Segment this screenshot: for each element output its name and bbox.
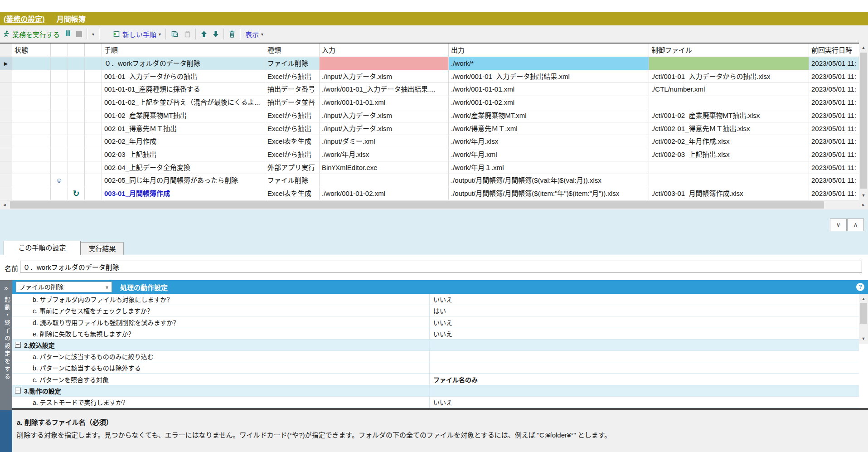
table-row[interactable]: ↻ 003-01_月間帳簿作成 Excel表を生成 ./work/001-01-… (0, 187, 859, 200)
step-name-input[interactable] (20, 261, 862, 272)
cell-ctl-file[interactable] (649, 96, 809, 109)
cell-output[interactable]: ./work/年月１.xml (449, 161, 649, 175)
row-selector[interactable] (0, 96, 12, 109)
cell-input[interactable]: Bin¥XmlEditor.exe (320, 161, 449, 175)
row-selector[interactable] (0, 135, 12, 148)
run-job-button[interactable]: 業務を実行する (0, 27, 63, 41)
table-row[interactable]: 001-01-01_産廃種類に採番する 抽出データ番号 ./work/001-0… (0, 83, 859, 96)
cell-ctl-file[interactable] (649, 57, 809, 70)
delete-step-button[interactable] (226, 27, 238, 41)
scroll-up-icon[interactable]: ▲ (859, 295, 868, 303)
expand-sidebar-icon[interactable]: » (0, 284, 12, 292)
table-row[interactable]: 001-01-02_上記を並び替え（混合が最後にくるよ... 抽出データ並替 .… (0, 96, 859, 109)
cell-step-name[interactable]: 002-03_上記抽出 (102, 148, 265, 161)
cell-output[interactable]: ./output/月間帳簿/月間帳簿($(val:年)$(val:月)).xls… (449, 174, 649, 187)
setting-row[interactable]: c. パターンを照合する対象 ファイル名のみ (12, 374, 859, 385)
table-row[interactable]: 002-01_得意先ＭＴ抽出 Excelから抽出 ./input/入力データ.x… (0, 122, 859, 136)
setting-value[interactable]: いいえ (429, 328, 859, 339)
setting-row[interactable]: b. パターンに該当するものは除外する (12, 362, 859, 374)
row-selector[interactable] (0, 148, 12, 161)
cell-ctl-file[interactable]: ./ctl/003-01_月間帳簿作成.xlsx (649, 187, 809, 200)
row-selector[interactable] (0, 187, 12, 200)
panel-expand-down-button[interactable]: ∨ (830, 219, 847, 231)
table-row[interactable]: 002-03_上記抽出 Excelから抽出 ./work/年月.xlsx ./w… (0, 148, 859, 161)
cell-input[interactable]: ./work/001-01-02.xml (320, 187, 449, 200)
header-output[interactable]: 出力 (449, 44, 649, 57)
cell-step-name[interactable]: 002-05_同じ年月の月間帳簿があったら削除 (102, 174, 265, 187)
run-options-dropdown[interactable]: ▾ (89, 27, 97, 41)
setting-value[interactable] (429, 362, 859, 373)
cell-last-run[interactable]: 2023/05/01 11: (809, 135, 859, 148)
table-row[interactable]: 002-04_上記データ全角変換 外部アプリ実行 Bin¥XmlEditor.e… (0, 161, 859, 175)
cell-output[interactable]: ./output/月間帳簿/月間帳簿($(item:"年")$(item:"月"… (449, 187, 649, 200)
cell-step-type[interactable]: Excelから抽出 (265, 148, 320, 161)
cell-ctl-file[interactable] (649, 161, 809, 175)
help-icon[interactable]: ? (856, 283, 864, 291)
cell-ctl-file[interactable]: ./ctl/001-01_入力データからの抽出.xlsx (649, 70, 809, 83)
setting-value[interactable] (429, 385, 859, 396)
header-step[interactable]: 手順 (102, 44, 265, 57)
cell-output[interactable]: ./work/得意先ＭＴ.xml (449, 122, 649, 136)
settings-vertical-scrollbar[interactable]: ▲ ▼ (859, 294, 868, 344)
copy-step-button[interactable] (168, 27, 181, 41)
startup-shutdown-sidebar[interactable]: » 起動・終了の設定をする (0, 280, 12, 452)
table-row[interactable]: ☺ 002-05_同じ年月の月間帳簿があったら削除 ファイル削除 ./outpu… (0, 174, 859, 187)
cell-step-type[interactable]: Excelから抽出 (265, 122, 320, 136)
setting-row[interactable]: a. パターンに該当するもののみに絞り込む (12, 351, 859, 362)
row-selector[interactable] (0, 83, 12, 96)
setting-value[interactable]: はい (429, 305, 859, 316)
cell-step-name[interactable]: 002-02_年月作成 (102, 135, 265, 148)
cell-last-run[interactable]: 2023/05/01 11: (809, 83, 859, 96)
cell-last-run[interactable]: 2023/05/01 11: (809, 148, 859, 161)
header-status[interactable]: 状態 (12, 44, 51, 57)
setting-row[interactable]: c. 事前にアクセス権をチェックしますか？ はい (12, 305, 859, 316)
header-ctl-file[interactable]: 制御ファイル (649, 44, 809, 57)
cell-step-type[interactable]: Excel表を生成 (265, 187, 320, 200)
setting-value[interactable]: いいえ (429, 294, 859, 305)
pause-button[interactable] (63, 27, 73, 41)
cell-last-run[interactable]: 2023/05/01 11: (809, 187, 859, 200)
panel-tab[interactable]: 実行結果 (81, 242, 124, 255)
stop-button[interactable] (73, 27, 85, 41)
cell-step-name[interactable]: ０．workフォルダのデータ削除 (102, 57, 265, 70)
header-type[interactable]: 種類 (265, 44, 320, 57)
cell-step-type[interactable]: 抽出データ並替 (265, 96, 320, 109)
cell-output[interactable]: ./work/年月.xlsx (449, 135, 649, 148)
collapse-icon[interactable] (15, 388, 21, 394)
setting-row[interactable]: 3.動作の設定 (12, 385, 859, 397)
cell-input[interactable]: ./work/年月.xlsx (320, 148, 449, 161)
setting-row[interactable]: b. サブフォルダ内のファイルも対象にしますか？ いいえ (12, 294, 859, 305)
table-horizontal-scrollbar[interactable]: ◄ ► (0, 200, 868, 209)
setting-value[interactable] (429, 351, 859, 362)
view-dropdown[interactable]: 表示 ▾ (242, 27, 266, 41)
cell-step-name[interactable]: 003-01_月間帳簿作成 (102, 187, 265, 200)
cell-input[interactable]: ./work/001-01-01.xml (320, 96, 449, 109)
cell-input[interactable]: ./input/入力データ.xlsm (320, 70, 449, 83)
paste-step-button[interactable] (181, 27, 194, 41)
scrollbar-thumb[interactable] (860, 53, 867, 189)
cell-last-run[interactable]: 2023/05/01 11: (809, 70, 859, 83)
row-selector[interactable] (0, 161, 12, 175)
scrollbar-thumb[interactable] (10, 201, 824, 209)
new-step-button[interactable]: 新しい手順 ▾ (110, 27, 164, 41)
cell-input[interactable] (320, 57, 449, 70)
scroll-up-icon[interactable]: ▲ (859, 44, 868, 52)
table-row[interactable]: ▶ ０．workフォルダのデータ削除 ファイル削除 ./work/* 2023/… (0, 57, 859, 70)
cell-step-name[interactable]: 002-04_上記データ全角変換 (102, 161, 265, 175)
cell-step-type[interactable]: Excel表を生成 (265, 135, 320, 148)
cell-ctl-file[interactable]: ./ctl/002-02_年月作成.xlsx (649, 135, 809, 148)
cell-output[interactable]: ./work/* (449, 57, 649, 70)
cell-step-name[interactable]: 001-01_入力データからの抽出 (102, 70, 265, 83)
header-last-run[interactable]: 前回実行日時 (809, 44, 859, 57)
row-selector[interactable]: ▶ (0, 57, 12, 70)
table-row[interactable]: 002-02_年月作成 Excel表を生成 ./input/ダミー.xml ./… (0, 135, 859, 148)
cell-step-name[interactable]: 001-01-02_上記を並び替え（混合が最後にくるよ... (102, 96, 265, 109)
table-row[interactable]: 001-02_産業廃棄物MT抽出 Excelから抽出 ./input/入力データ… (0, 109, 859, 122)
panel-expand-up-button[interactable]: ∧ (847, 219, 864, 231)
setting-row[interactable]: e. 削除に失敗しても無視しますか？ いいえ (12, 328, 859, 340)
row-selector[interactable] (0, 109, 12, 122)
cell-input[interactable] (320, 174, 449, 187)
cell-step-type[interactable]: ファイル削除 (265, 57, 320, 70)
cell-last-run[interactable]: 2023/05/01 11: (809, 174, 859, 187)
cell-step-type[interactable]: Excelから抽出 (265, 109, 320, 122)
